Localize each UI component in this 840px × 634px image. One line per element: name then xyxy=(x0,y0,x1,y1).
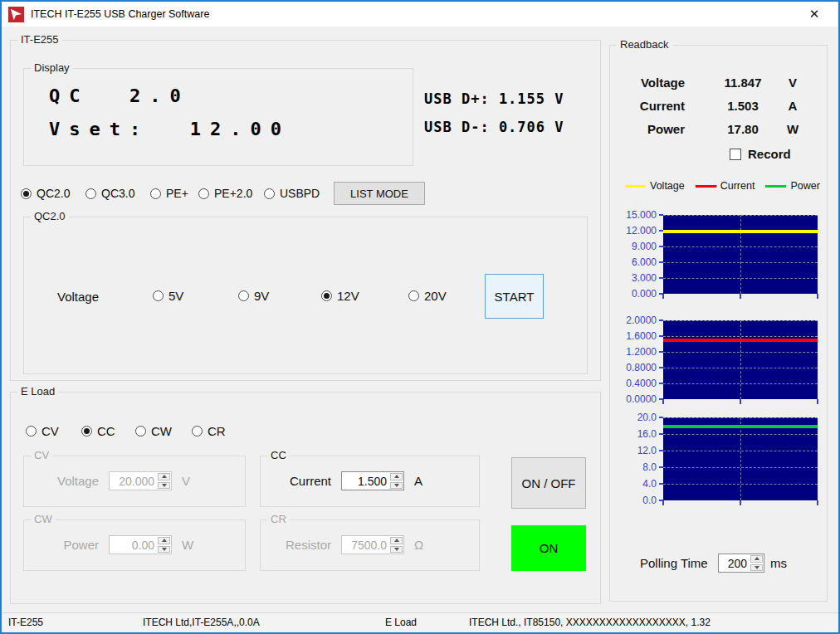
radio-cw[interactable]: CW xyxy=(135,424,172,438)
power-value: 17.80 xyxy=(706,122,780,136)
radio-circle xyxy=(21,188,32,199)
cc-current-label: Current xyxy=(261,474,331,488)
radio-circle xyxy=(85,188,96,199)
radio-circle xyxy=(135,426,146,436)
radio-12v[interactable]: 12V xyxy=(321,289,359,303)
radio-qc20[interactable]: QC2.0 xyxy=(21,187,70,200)
radio-qc30[interactable]: QC3.0 xyxy=(85,187,134,200)
power-line-swatch xyxy=(765,185,786,188)
radio-cr[interactable]: CR xyxy=(192,424,226,438)
eload-group-label: E Load xyxy=(17,385,58,397)
voltage-chart-plot xyxy=(663,215,818,294)
cv-group: CV Voltage 20.000 V xyxy=(23,456,246,507)
readback-power-row: Power 17.80 W xyxy=(610,122,827,135)
spin-up-button xyxy=(158,473,170,480)
qc20-group: QC2.0 Voltage 5V 9V 12V 20V START xyxy=(23,217,588,374)
voltage-value: 11.847 xyxy=(706,76,780,90)
radio-9v[interactable]: 9V xyxy=(238,289,269,303)
cc-group-label: CC xyxy=(267,449,290,461)
cr-unit: Ω xyxy=(414,538,423,552)
app-icon xyxy=(8,7,24,22)
cc-current-spinner[interactable]: 1.500 xyxy=(341,471,404,490)
radio-cc[interactable]: CC xyxy=(81,424,115,438)
voltage-chart: 15.00012.0009.0006.0003.0000.000 xyxy=(615,208,824,303)
list-mode-button[interactable]: LIST MODE xyxy=(334,182,425,205)
polling-time-unit: ms xyxy=(770,556,787,570)
usb-dminus-readout: USB D-: 0.706 V xyxy=(424,119,564,135)
spin-down-button[interactable] xyxy=(390,482,403,490)
radio-circle xyxy=(192,426,203,436)
polling-time-label: Polling Time xyxy=(640,556,708,570)
spin-up-button xyxy=(390,537,403,544)
spin-down-button xyxy=(158,546,170,554)
display-group: Display QC 2.0 Vset: 12.00 xyxy=(23,68,413,166)
usb-dplus-readout: USB D+: 1.155 V xyxy=(424,90,564,107)
cw-power-label: Power xyxy=(24,538,99,552)
status-eload-id: ITECH Ltd., IT85150, XXXXXXXXXXXXXXXXXX,… xyxy=(469,617,711,628)
title-bar: ITECH IT-E255 USB Charger Software ✕ xyxy=(2,2,838,27)
power-chart-yaxis: 20.016.012.08.04.00.0 xyxy=(615,411,660,509)
radio-pe-plus-20[interactable]: PE+2.0 xyxy=(198,187,252,200)
record-checkbox[interactable]: Record xyxy=(730,147,791,161)
close-icon[interactable]: ✕ xyxy=(797,2,832,27)
readback-voltage-row: Voltage 11.847 V xyxy=(610,76,827,89)
current-line-swatch xyxy=(696,185,716,188)
display-line2: Vset: 12.00 xyxy=(49,119,291,139)
power-chart: 20.016.012.08.04.00.0 xyxy=(615,411,824,509)
cw-group-label: CW xyxy=(31,513,56,525)
radio-5v[interactable]: 5V xyxy=(153,289,183,303)
cw-group: CW Power 0.00 W xyxy=(23,519,246,571)
voltage-select-label: Voltage xyxy=(57,290,99,304)
legend-current: Current xyxy=(696,180,755,192)
radio-usbpd[interactable]: USBPD xyxy=(264,187,320,200)
cv-voltage-label: Voltage xyxy=(24,474,99,488)
cr-resistor-spinner: 7500.0 xyxy=(341,535,404,554)
cw-power-spinner: 0.00 xyxy=(109,535,172,554)
radio-circle xyxy=(153,290,164,301)
polling-time-spinner[interactable]: 200 xyxy=(718,554,764,573)
current-chart-plot xyxy=(663,320,818,399)
legend-power: Power xyxy=(765,180,819,192)
status-device-name: IT-E255 xyxy=(8,617,43,628)
spin-up-button[interactable] xyxy=(750,555,763,563)
cr-resistor-label: Resistor xyxy=(261,538,331,552)
radio-pe-plus[interactable]: PE+ xyxy=(150,187,188,200)
radio-circle xyxy=(321,290,332,301)
on-indicator: ON xyxy=(511,525,586,571)
radio-circle xyxy=(408,290,419,301)
radio-circle xyxy=(150,188,161,199)
cc-unit: A xyxy=(414,474,422,488)
radio-circle xyxy=(238,290,249,301)
current-value: 1.503 xyxy=(706,99,780,113)
cv-voltage-spinner: 20.000 xyxy=(109,471,172,490)
status-charger-id: ITECH Ltd,IT-E255A,,0.0A xyxy=(143,617,260,628)
cr-group: CR Resistor 7500.0 Ω xyxy=(260,519,480,571)
cw-unit: W xyxy=(182,538,193,552)
cv-unit: V xyxy=(182,474,190,488)
voltage-line-swatch xyxy=(625,185,646,188)
start-button[interactable]: START xyxy=(485,274,544,319)
it-e255-group: IT-E255 Display QC 2.0 Vset: 12.00 USB D… xyxy=(10,40,601,381)
polling-time-row: Polling Time 200 ms xyxy=(610,554,827,575)
status-eload-label: E Load xyxy=(385,617,417,628)
radio-cv[interactable]: CV xyxy=(26,424,59,438)
current-chart-yaxis: 2.00001.60001.20000.80000.40000.0000 xyxy=(615,315,660,408)
display-group-label: Display xyxy=(31,61,73,74)
spin-down-button[interactable] xyxy=(750,564,763,572)
radio-20v[interactable]: 20V xyxy=(408,289,447,303)
cc-group: CC Current 1.500 A xyxy=(260,456,480,507)
on-off-button[interactable]: ON / OFF xyxy=(511,457,586,509)
spin-down-button xyxy=(390,546,403,554)
readback-group-label: Readback xyxy=(617,38,672,51)
radio-circle xyxy=(264,188,275,199)
current-chart: 2.00001.60001.20000.80000.40000.0000 xyxy=(615,315,824,408)
spin-up-button xyxy=(158,537,170,544)
spin-down-button xyxy=(158,482,170,490)
checkbox-box xyxy=(730,149,741,160)
cr-group-label: CR xyxy=(267,513,290,525)
readback-group: Readback Voltage 11.847 V Current 1.503 … xyxy=(609,45,828,602)
spin-up-button[interactable] xyxy=(390,473,403,480)
it-e255-group-label: IT-E255 xyxy=(17,33,62,46)
app-window: ITECH IT-E255 USB Charger Software ✕ IT-… xyxy=(0,0,840,634)
power-chart-plot xyxy=(663,417,818,500)
